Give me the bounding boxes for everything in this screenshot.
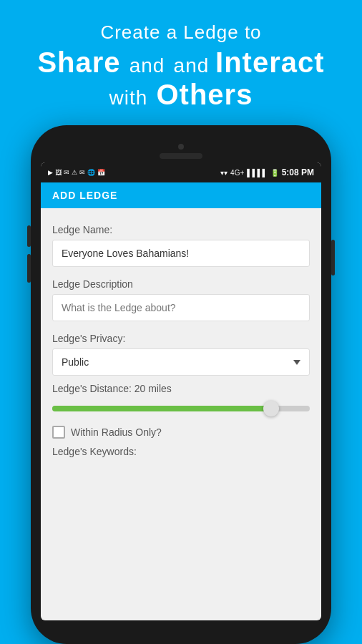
power-button[interactable]	[331, 240, 335, 275]
app-bar-title: ADD LEDGE	[52, 190, 117, 201]
and-word: and	[129, 54, 165, 77]
volume-up-button[interactable]	[27, 225, 31, 247]
phone-screen: ▶ 🖼 ✉ ⚠ ✉ 🌐 📅 ▾▾ 4G+ ▌▌▌▌ 🔋 5:08 PM ADD …	[41, 162, 321, 620]
privacy-label: Ledge's Privacy:	[52, 333, 310, 344]
privacy-value: Public	[62, 356, 89, 368]
phone-speaker	[160, 153, 202, 159]
status-icons-left: ▶ 🖼 ✉ ⚠ ✉ 🌐 📅	[48, 169, 105, 176]
warning-icon: ⚠	[72, 169, 77, 176]
signal-bars: ▌▌▌▌	[247, 169, 267, 177]
header-section: Create a Ledge to Share and and Interact…	[0, 0, 362, 125]
slider-thumb[interactable]	[263, 401, 279, 416]
status-right: ▾▾ 4G+ ▌▌▌▌ 🔋 5:08 PM	[220, 167, 314, 177]
header-line2: Share and and Interact with Others	[14, 47, 348, 111]
privacy-select[interactable]: Public	[52, 348, 310, 376]
with-word: with	[109, 87, 148, 109]
interact-word: Interact	[215, 47, 325, 78]
phone-top-bezel	[41, 138, 321, 160]
form-content: Ledge Name: Ledge Description Ledge's Pr…	[41, 208, 321, 616]
and-text: and	[174, 54, 216, 77]
dropdown-arrow-icon	[293, 360, 300, 365]
phone-frame: ▶ 🖼 ✉ ⚠ ✉ 🌐 📅 ▾▾ 4G+ ▌▌▌▌ 🔋 5:08 PM ADD …	[31, 125, 331, 644]
globe-icon: 🌐	[87, 169, 95, 176]
slider-track[interactable]	[52, 406, 310, 411]
within-radius-checkbox[interactable]	[52, 426, 65, 439]
app-icon-3: ✉	[64, 169, 69, 176]
ledge-name-label: Ledge Name:	[52, 224, 310, 235]
ledge-description-input[interactable]	[52, 294, 310, 321]
battery-icon: 🔋	[270, 169, 279, 177]
checkbox-row: Within Radius Only?	[52, 426, 310, 439]
app-icon-4: ✉	[79, 169, 85, 176]
slider-fill	[52, 406, 271, 411]
front-camera	[178, 144, 184, 150]
app-icon-2: 🖼	[55, 169, 62, 176]
wifi-icon: ▾▾	[220, 169, 228, 177]
app-icon-5: 📅	[97, 169, 105, 176]
others-word: Others	[156, 79, 253, 110]
privacy-select-display[interactable]: Public	[53, 349, 309, 375]
ledge-description-label: Ledge Description	[52, 278, 310, 290]
app-icon-1: ▶	[48, 169, 53, 176]
status-bar: ▶ 🖼 ✉ ⚠ ✉ 🌐 📅 ▾▾ 4G+ ▌▌▌▌ 🔋 5:08 PM	[41, 162, 321, 182]
within-radius-label: Within Radius Only?	[71, 426, 162, 438]
signal-strength: 4G+	[230, 169, 244, 177]
distance-label: Ledge's Distance: 20 miles	[52, 383, 310, 394]
slider-container	[52, 400, 310, 417]
app-bar: ADD LEDGE	[41, 182, 321, 208]
status-time: 5:08 PM	[282, 167, 314, 177]
share-word: Share	[37, 47, 120, 78]
volume-down-button[interactable]	[27, 254, 31, 283]
keywords-label: Ledge's Keywords:	[52, 446, 310, 457]
ledge-name-input[interactable]	[52, 240, 310, 267]
header-line1: Create a Ledge to	[14, 21, 348, 44]
